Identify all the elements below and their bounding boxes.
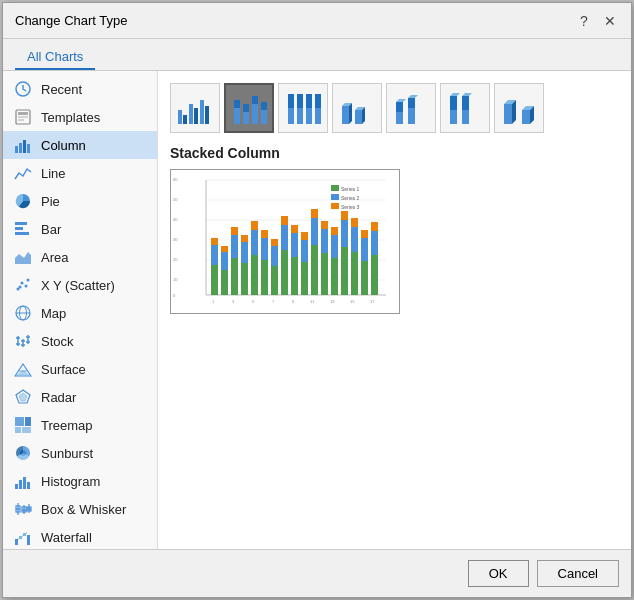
tab-all-charts[interactable]: All Charts [15,45,95,70]
svg-text:50: 50 [173,197,178,202]
line-chart-icon [13,164,33,182]
sidebar-item-radar[interactable]: Radar [3,383,157,411]
sidebar-item-line[interactable]: Line [3,159,157,187]
sidebar-item-area[interactable]: Area [3,243,157,271]
svg-rect-133 [241,242,248,263]
sidebar-item-waterfall[interactable]: Waterfall [3,523,157,549]
sidebar-item-treemap[interactable]: Treemap [3,411,157,439]
sidebar-item-sunburst[interactable]: Sunburst [3,439,157,467]
svg-rect-2 [18,112,28,115]
sidebar-label-area: Area [41,250,68,265]
dialog-footer: OK Cancel [3,549,631,597]
svg-rect-125 [211,238,218,245]
help-button[interactable]: ? [575,12,593,30]
svg-rect-128 [221,246,228,252]
change-chart-type-dialog: Change Chart Type ? ✕ All Charts Recent [2,2,632,598]
svg-rect-111 [522,110,530,124]
sidebar-item-box-whisker[interactable]: Box & Whisker [3,495,157,523]
tab-bar: All Charts [3,39,631,71]
svg-rect-108 [504,104,512,124]
svg-rect-79 [252,96,258,104]
svg-rect-42 [23,477,26,489]
svg-text:15: 15 [350,299,355,304]
waterfall-chart-icon [13,528,33,546]
stock-chart-icon [13,332,33,350]
svg-rect-169 [361,238,368,261]
sidebar-item-surface[interactable]: Surface [3,355,157,383]
svg-rect-138 [261,260,268,295]
chart-type-100-stacked-column[interactable] [278,83,328,133]
sidebar-item-column[interactable]: Column [3,131,157,159]
preview-svg: Series 1 Series 2 Series 3 1 3 5 7 9 11 … [171,170,399,313]
chart-type-label: Stacked Column [170,145,619,161]
sidebar-label-map: Map [41,306,66,321]
svg-rect-167 [351,218,358,227]
svg-marker-98 [396,99,406,102]
svg-rect-159 [331,258,338,295]
svg-rect-127 [221,252,228,270]
chart-type-3d-100-stacked[interactable] [440,83,490,133]
sidebar-item-stock[interactable]: Stock [3,327,157,355]
sidebar-item-pie[interactable]: Pie [3,187,157,215]
svg-rect-170 [361,230,368,238]
chart-type-clustered-column[interactable] [170,83,220,133]
sidebar-item-templates[interactable]: Templates [3,103,157,131]
svg-marker-104 [450,93,460,96]
chart-type-stacked-column[interactable] [224,83,274,133]
svg-rect-173 [371,222,378,231]
main-panel: Stacked Column [158,71,631,549]
svg-rect-53 [15,539,18,545]
svg-rect-176 [331,203,339,209]
svg-rect-55 [23,533,26,536]
svg-rect-72 [200,100,204,124]
sidebar-item-histogram[interactable]: Histogram [3,467,157,495]
svg-rect-37 [15,427,21,433]
svg-marker-101 [408,95,418,98]
svg-rect-102 [450,110,457,124]
svg-rect-43 [27,482,30,489]
svg-rect-160 [331,235,338,258]
svg-marker-95 [362,107,365,124]
sidebar-item-map[interactable]: Map [3,299,157,327]
svg-rect-7 [23,140,26,153]
svg-rect-40 [15,484,18,489]
cancel-button[interactable]: Cancel [537,560,619,587]
svg-rect-161 [331,227,338,235]
svg-rect-124 [211,245,218,265]
area-chart-icon [13,248,33,266]
svg-point-16 [27,279,30,282]
svg-rect-126 [221,270,228,295]
svg-rect-9 [15,222,27,225]
svg-rect-89 [315,94,321,108]
chart-type-3d-clustered[interactable] [332,83,382,133]
svg-text:11: 11 [310,299,315,304]
svg-rect-41 [19,480,22,489]
svg-rect-73 [205,106,209,124]
chart-preview: Series 1 Series 2 Series 3 1 3 5 7 9 11 … [170,169,400,314]
svg-rect-38 [22,427,31,433]
sidebar-item-xy-scatter[interactable]: X Y (Scatter) [3,271,157,299]
svg-point-17 [19,286,22,289]
svg-rect-141 [271,266,278,295]
svg-rect-5 [15,146,18,153]
sidebar-item-recent[interactable]: Recent [3,75,157,103]
svg-rect-80 [261,110,267,124]
svg-rect-93 [355,110,362,124]
content-area: Recent Templates Colu [3,71,631,549]
svg-rect-123 [211,265,218,295]
histogram-chart-icon [13,472,33,490]
ok-button[interactable]: OK [468,560,529,587]
sidebar-label-bar: Bar [41,222,61,237]
sidebar-item-bar[interactable]: Bar [3,215,157,243]
svg-rect-105 [462,110,469,124]
sidebar-label-stock: Stock [41,334,74,349]
chart-type-3d-stacked[interactable] [386,83,436,133]
svg-text:30: 30 [173,237,178,242]
svg-rect-84 [297,108,303,124]
svg-text:10: 10 [173,277,178,282]
svg-rect-87 [306,94,312,108]
close-button[interactable]: ✕ [601,12,619,30]
svg-rect-149 [291,225,298,233]
chart-type-3d-column[interactable] [494,83,544,133]
svg-rect-54 [19,536,22,539]
